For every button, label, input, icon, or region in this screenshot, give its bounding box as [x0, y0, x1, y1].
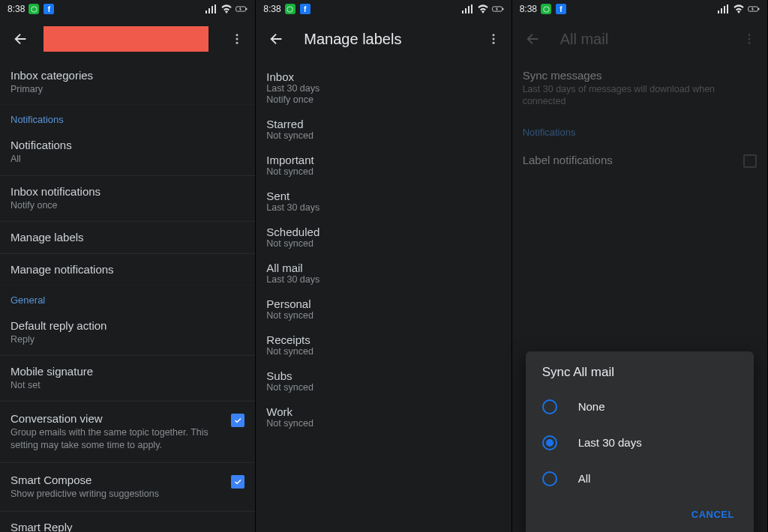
- svg-point-17: [492, 34, 494, 36]
- panel-account-settings: 8:38 f Inbox categories Primary Notifica…: [0, 0, 256, 532]
- item-title: Manage labels: [10, 231, 244, 244]
- labels-list[interactable]: Inbox Last 30 days Notify once Starred N…: [256, 60, 511, 440]
- smart-reply-item[interactable]: Smart Reply: [0, 512, 255, 532]
- settings-list[interactable]: Inbox categories Primary Notifications N…: [0, 60, 255, 532]
- panel-all-mail: 8:38 f All mail Sync messages Last 30 da…: [512, 0, 768, 532]
- item-title: Mobile signature: [10, 365, 244, 378]
- label-item[interactable]: Important Not synced: [266, 148, 500, 184]
- sync-dialog: Sync All mail None Last 30 days All CANC…: [526, 351, 754, 533]
- svg-point-0: [32, 6, 38, 12]
- svg-point-20: [543, 6, 549, 12]
- conversation-view-item[interactable]: Conversation view Group emails with the …: [0, 402, 255, 462]
- label-sub: Not synced: [266, 238, 500, 250]
- whatsapp-icon: [284, 3, 296, 15]
- whatsapp-icon: [28, 3, 40, 15]
- wifi-icon: [477, 3, 489, 15]
- item-sub: Group emails with the same topic togethe…: [10, 426, 231, 451]
- item-title: Default reply action: [10, 319, 244, 332]
- header: [0, 18, 255, 60]
- facebook-icon: f: [555, 3, 567, 15]
- label-item[interactable]: Inbox Last 30 days Notify once: [266, 64, 500, 112]
- label-title: Sent: [266, 190, 500, 202]
- label-sub: Not synced: [266, 166, 500, 178]
- item-sub: Last 30 days of messages will download w…: [523, 83, 757, 108]
- battery-icon: [748, 3, 760, 15]
- radio-icon[interactable]: [542, 435, 557, 450]
- radio-option-all[interactable]: All: [526, 461, 754, 497]
- svg-rect-16: [502, 8, 503, 10]
- svg-rect-24: [727, 4, 728, 13]
- manage-notifications-item[interactable]: Manage notifications: [0, 254, 255, 285]
- overflow-menu-icon[interactable]: [482, 27, 506, 51]
- notifications-item[interactable]: Notifications All: [0, 130, 255, 175]
- back-button[interactable]: [265, 27, 289, 51]
- inbox-notifications-item[interactable]: Inbox notifications Notify once: [0, 176, 255, 221]
- svg-rect-1: [206, 10, 207, 13]
- conversation-view-checkbox[interactable]: [231, 414, 244, 427]
- item-title: Label notifications: [523, 154, 743, 166]
- item-title: Smart Compose: [10, 474, 231, 486]
- sync-messages-item: Sync messages Last 30 days of messages w…: [512, 60, 767, 118]
- manage-labels-item[interactable]: Manage labels: [0, 222, 255, 253]
- label-item[interactable]: Work Not synced: [266, 399, 500, 435]
- signal-icon: [206, 3, 218, 15]
- battery-icon: [492, 3, 504, 15]
- item-sub: Not set: [10, 379, 244, 391]
- label-title: Scheduled: [266, 226, 500, 238]
- label-title: All mail: [266, 262, 500, 274]
- back-button[interactable]: [9, 27, 33, 51]
- label-item[interactable]: Scheduled Not synced: [266, 220, 500, 256]
- radio-label: None: [578, 400, 605, 413]
- label-item[interactable]: Personal Not synced: [266, 291, 500, 327]
- inbox-categories-item[interactable]: Inbox categories Primary: [0, 60, 255, 105]
- default-reply-item[interactable]: Default reply action Reply: [0, 310, 255, 355]
- item-title: Inbox categories: [10, 69, 244, 82]
- cancel-button[interactable]: CANCEL: [684, 503, 742, 526]
- label-item[interactable]: Receipts Not synced: [266, 327, 500, 363]
- item-title: Smart Reply: [10, 521, 244, 532]
- svg-rect-23: [724, 6, 725, 13]
- overflow-menu-icon[interactable]: [225, 27, 249, 51]
- svg-rect-22: [721, 8, 722, 13]
- svg-rect-13: [468, 6, 470, 13]
- dialog-title: Sync All mail: [526, 365, 754, 389]
- status-bar: 8:38 f: [0, 0, 255, 18]
- page-title: All mail: [560, 31, 737, 48]
- status-bar: 8:38 f: [256, 0, 511, 18]
- label-item[interactable]: Subs Not synced: [266, 363, 500, 399]
- status-time: 8:38: [520, 4, 537, 14]
- signal-icon: [718, 3, 730, 15]
- label-sub: Last 30 days: [266, 202, 500, 214]
- label-title: Starred: [266, 118, 500, 130]
- smart-compose-item[interactable]: Smart Compose Show predictive writing su…: [0, 463, 255, 511]
- label-sub: Not synced: [266, 346, 500, 357]
- svg-point-19: [492, 42, 494, 44]
- label-item[interactable]: Sent Last 30 days: [266, 184, 500, 220]
- mobile-signature-item[interactable]: Mobile signature Not set: [0, 356, 255, 401]
- item-title: Inbox notifications: [10, 185, 244, 198]
- label-title: Receipts: [266, 333, 500, 346]
- status-time: 8:38: [8, 4, 25, 14]
- label-item[interactable]: All mail Last 30 days: [266, 256, 500, 291]
- facebook-icon: f: [299, 3, 311, 15]
- svg-rect-2: [208, 8, 210, 13]
- overflow-menu-icon: [737, 27, 761, 51]
- svg-point-28: [748, 38, 750, 40]
- radio-option-last30[interactable]: Last 30 days: [526, 425, 754, 461]
- label-sub: Not synced: [266, 130, 500, 142]
- header: Manage labels: [256, 18, 511, 60]
- item-title: Sync messages: [523, 69, 757, 82]
- label-notifications-item: Label notifications: [512, 142, 767, 179]
- section-notifications: Notifications: [512, 118, 767, 142]
- section-general: General: [0, 285, 255, 310]
- label-title: Work: [266, 405, 500, 418]
- radio-icon[interactable]: [542, 399, 557, 414]
- item-sub: Notify once: [10, 199, 244, 211]
- label-item[interactable]: Starred Not synced: [266, 112, 500, 148]
- radio-icon[interactable]: [542, 471, 557, 486]
- section-notifications: Notifications: [0, 105, 255, 130]
- smart-compose-checkbox[interactable]: [231, 475, 244, 489]
- radio-option-none[interactable]: None: [526, 389, 754, 425]
- item-sub: All: [10, 153, 244, 165]
- status-bar: 8:38 f: [512, 0, 767, 18]
